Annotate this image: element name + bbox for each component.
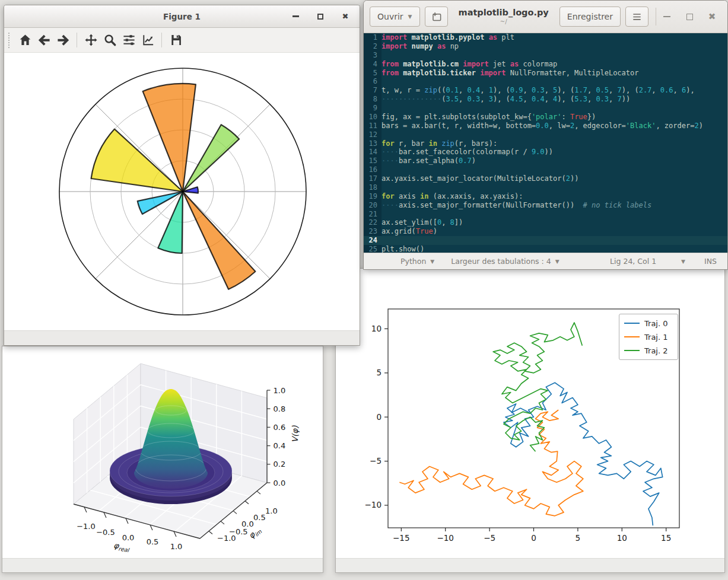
figure1-status-strip xyxy=(4,330,360,345)
legend-entry: Traj. 1 xyxy=(624,332,673,342)
code-line[interactable]: 6 xyxy=(364,77,727,86)
close-icon[interactable]: ✖ xyxy=(341,12,350,21)
line-number: 11 xyxy=(364,122,382,130)
code-line[interactable]: 15····bar.set_alpha(0.7) xyxy=(364,157,727,165)
forward-icon[interactable] xyxy=(53,31,72,50)
editor-window: Ouvrir ▼ matplotlib_logo.py ~/ Enregistr… xyxy=(363,0,728,270)
svg-text:−10: −10 xyxy=(437,533,454,543)
line-number: 13 xyxy=(364,139,382,148)
trajectories-chart[interactable]: −15−10−5051015−10−50510 xyxy=(336,269,724,559)
input-mode[interactable]: INS xyxy=(704,257,717,266)
svg-text:−0.5: −0.5 xyxy=(229,527,248,536)
zoom-icon[interactable] xyxy=(100,31,119,50)
code-line[interactable]: 1import matplotlib.pyplot as plt xyxy=(364,33,727,42)
code-line[interactable]: 19for axis in (ax.xaxis, ax.yaxis): xyxy=(364,192,727,201)
save-button[interactable]: Enregistrer xyxy=(559,7,621,27)
code-line[interactable]: 9 xyxy=(364,104,727,113)
open-button[interactable]: Ouvrir ▼ xyxy=(370,7,420,27)
svg-text:1.0: 1.0 xyxy=(265,506,278,515)
legend-entry: Traj. 2 xyxy=(624,345,673,356)
svg-text:0: 0 xyxy=(531,533,536,543)
new-tab-button[interactable] xyxy=(425,7,448,27)
svg-text:0: 0 xyxy=(376,412,382,422)
trajectories-window-status-strip xyxy=(336,558,724,572)
code-line[interactable]: 8··············(3.5, 0.3, 3), (4.5, 0.4,… xyxy=(364,95,727,104)
surface-3d-chart[interactable]: −1.0−0.50.00.51.0−1.0−0.50.00.51.00.00.2… xyxy=(2,346,323,559)
code-line[interactable]: 4from matplotlib.cm import jet as colorm… xyxy=(364,60,727,69)
maximize-button[interactable] xyxy=(316,12,325,21)
back-icon[interactable] xyxy=(34,31,53,50)
customize-icon[interactable] xyxy=(138,31,157,50)
code-line[interactable]: 11bars = ax.bar(t, r, width=w, bottom=0.… xyxy=(364,122,727,130)
line-number: 8 xyxy=(364,95,382,104)
cursor-position-label: Lig 24, Col 1 xyxy=(610,257,656,266)
code-line[interactable]: 5from matplotlib.ticker import NullForma… xyxy=(364,69,727,78)
code-line[interactable]: 23ax.grid(True) xyxy=(364,227,727,236)
tab-width-selector[interactable]: Largeur des tabulations : 4 ▼ xyxy=(451,257,559,266)
code-line[interactable]: 22ax.set_ylim([0, 8]) xyxy=(364,218,727,227)
home-icon[interactable] xyxy=(15,31,34,50)
figure1-titlebar[interactable]: Figure 1 ✖ xyxy=(4,5,360,28)
language-selector[interactable]: Python ▼ xyxy=(400,257,434,266)
surface-figure-window: −1.0−0.50.00.51.0−1.0−0.50.00.51.00.00.2… xyxy=(2,346,323,573)
svg-text:5: 5 xyxy=(576,533,581,543)
line-number: 20 xyxy=(364,201,382,210)
document-path: ~/ xyxy=(448,18,559,25)
code-line[interactable]: 21 xyxy=(364,210,727,219)
line-number: 16 xyxy=(364,165,382,174)
svg-text:10: 10 xyxy=(371,324,382,333)
minimize-button[interactable] xyxy=(662,12,672,21)
code-line[interactable]: 10fig, ax = plt.subplots(subplot_kw={'po… xyxy=(364,113,727,122)
save-icon[interactable] xyxy=(166,31,185,50)
toolbar-drag-handle[interactable] xyxy=(8,33,9,48)
pan-icon[interactable] xyxy=(81,31,100,50)
editor-headerbar[interactable]: Ouvrir ▼ matplotlib_logo.py ~/ Enregistr… xyxy=(364,1,727,33)
code-line[interactable]: 14····bar.set_facecolor(colormap(r / 9.0… xyxy=(364,148,727,157)
code-line[interactable]: 2import numpy as np xyxy=(364,42,727,51)
code-line[interactable]: 7t, w, r = zip((0.1, 0.4, 1), (0.9, 0.3,… xyxy=(364,86,727,95)
hamburger-icon xyxy=(632,12,642,22)
svg-text:5: 5 xyxy=(376,368,382,377)
chevron-down-icon: ▼ xyxy=(555,259,559,264)
svg-text:V(φ): V(φ) xyxy=(290,425,300,442)
legend-label: Traj. 1 xyxy=(644,333,668,342)
statusbar-dropdown[interactable]: ▼ xyxy=(681,259,685,264)
line-number: 5 xyxy=(364,69,382,78)
code-line[interactable]: 16 xyxy=(364,165,727,174)
code-line[interactable]: 24 xyxy=(364,236,727,245)
figure1-canvas[interactable] xyxy=(4,53,360,330)
figure1-toolbar xyxy=(4,28,360,53)
menu-button[interactable] xyxy=(625,7,648,27)
code-line[interactable]: 20····axis.set_major_formatter(NullForma… xyxy=(364,201,727,210)
maximize-button[interactable] xyxy=(685,12,694,21)
svg-text:10: 10 xyxy=(617,533,627,543)
figure1-window: Figure 1 ✖ xyxy=(4,5,360,346)
close-icon[interactable]: ✖ xyxy=(707,12,717,21)
code-line[interactable]: 18 xyxy=(364,183,727,192)
line-number: 9 xyxy=(364,104,382,113)
line-number: 24 xyxy=(364,236,382,245)
code-editor[interactable]: 1import matplotlib.pyplot as plt2import … xyxy=(364,33,727,254)
code-line[interactable]: 12 xyxy=(364,130,727,139)
code-line[interactable]: 13for r, bar in zip(r, bars): xyxy=(364,139,727,148)
legend-label: Traj. 2 xyxy=(644,346,668,355)
svg-text:0.4: 0.4 xyxy=(274,441,286,450)
line-number: 7 xyxy=(364,86,382,95)
line-number: 22 xyxy=(364,218,382,227)
svg-text:−0.5: −0.5 xyxy=(96,528,115,537)
code-line[interactable]: 3 xyxy=(364,51,727,60)
svg-text:0.5: 0.5 xyxy=(253,513,266,522)
legend-label: Traj. 0 xyxy=(644,319,668,328)
minimize-button[interactable] xyxy=(291,12,300,21)
line-number: 19 xyxy=(364,192,382,201)
line-number: 1 xyxy=(364,33,382,42)
code-line[interactable]: 17ax.yaxis.set_major_locator(MultipleLoc… xyxy=(364,174,727,183)
line-number: 10 xyxy=(364,113,382,122)
svg-text:0.5: 0.5 xyxy=(147,537,159,546)
subplots-icon[interactable] xyxy=(119,31,138,50)
line-number: 18 xyxy=(364,183,382,192)
chevron-down-icon: ▼ xyxy=(430,259,434,264)
cursor-position: Lig 24, Col 1 xyxy=(610,257,656,266)
toolbar-separator xyxy=(77,33,77,47)
line-number: 17 xyxy=(364,174,382,183)
